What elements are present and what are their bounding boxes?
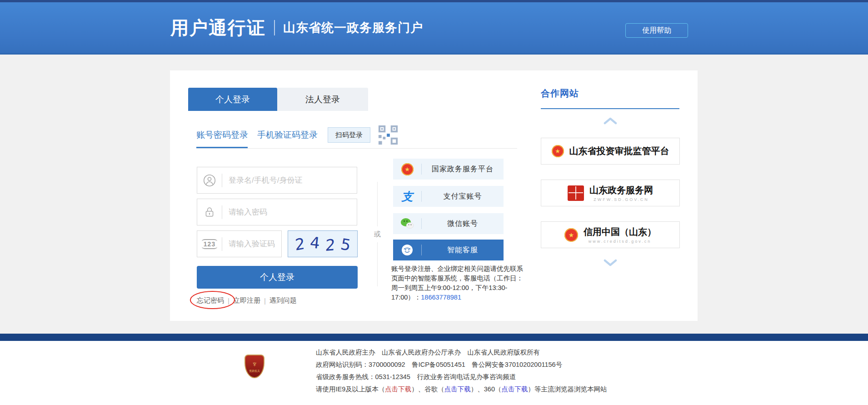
partners-title-underline: [541, 108, 679, 109]
brand-divider: [274, 20, 275, 35]
or-label: 或: [374, 226, 381, 242]
service-note: 账号登录注册、企业绑定相关问题请优先联系页面中的智能客服系统，客服电话（工作日：…: [391, 264, 524, 302]
or-divider: 或: [373, 182, 381, 286]
partner-card-investment-platform[interactable]: 山东省投资审批监管平台: [541, 138, 680, 165]
ie-download-link[interactable]: 点击下载: [385, 385, 411, 393]
register-link[interactable]: 立即注册: [233, 296, 260, 305]
national-emblem-icon: [552, 145, 564, 157]
captcha-icon: 123: [197, 239, 222, 249]
header: 用户通行证 山东省统一政务服务门户 使用帮助: [0, 0, 868, 55]
help-button[interactable]: 使用帮助: [625, 23, 688, 38]
qr-code-icon[interactable]: [378, 125, 399, 145]
method-password-login[interactable]: 账号密码登录: [196, 129, 248, 141]
tab-personal-login[interactable]: 个人登录: [188, 88, 277, 111]
password-field: [197, 199, 357, 225]
chevron-down-icon[interactable]: [604, 259, 617, 266]
national-emblem-icon: [564, 228, 578, 242]
page-subtitle: 山东省统一政务服务门户: [283, 20, 423, 36]
password-input[interactable]: [222, 208, 357, 217]
header-brand: 用户通行证 山东省统一政务服务门户: [170, 2, 423, 53]
wechat-icon: [393, 218, 421, 230]
link-separator: |: [228, 297, 229, 305]
third-party-smart-service[interactable]: 智能客服: [393, 240, 504, 260]
footer: ♆ 党政机关 山东省人民政府主办 山东省人民政府办公厅承办 山东省人民政府版权所…: [0, 341, 868, 405]
third-party-alipay[interactable]: 支 支付宝账号: [393, 186, 504, 207]
footer-line-3: 省级政务服务热线：0531-12345 行政业务咨询电话见办事咨询频道: [316, 371, 607, 383]
alipay-icon: 支: [393, 191, 421, 202]
partner-card-sd-gov-service[interactable]: 山东政务服务网 ZWFW.SD.GOV.CN: [541, 180, 680, 206]
method-qr-login[interactable]: 扫码登录: [328, 127, 370, 143]
methods-divider-line: [196, 148, 517, 149]
captcha-image[interactable]: 2 4 2 5: [288, 230, 358, 257]
chevron-up-icon[interactable]: [604, 117, 617, 125]
footer-line-4: 请使用IE9及以上版本（点击下载）、谷歌（点击下载）、360（点击下载）等主流浏…: [316, 383, 607, 395]
government-badge-icon: ♆ 党政机关: [244, 355, 264, 378]
method-sms-login[interactable]: 手机验证码登录: [257, 129, 318, 141]
forgot-password-link[interactable]: 忘记密码: [197, 296, 224, 305]
partners-title: 合作网站: [541, 87, 579, 100]
third-party-national-platform[interactable]: 国家政务服务平台: [393, 159, 504, 180]
user-icon: [197, 174, 222, 187]
red-seal-icon: [568, 185, 584, 201]
partner-card-credit-china[interactable]: 信用中国（山东） www.creditsd.gov.cn: [541, 221, 680, 248]
footer-line-2: 政府网站识别码：3700000092 鲁ICP备05051451 鲁公网安备37…: [316, 359, 607, 371]
third-party-wechat[interactable]: 微信账号: [393, 213, 504, 234]
browser-360-download-link[interactable]: 点击下载: [501, 385, 528, 393]
customer-service-icon: [393, 244, 421, 256]
lock-icon: [197, 206, 222, 218]
footer-line-1: 山东省人民政府主办 山东省人民政府办公厅承办 山东省人民政府版权所有: [316, 346, 607, 359]
tab-legal-login[interactable]: 法人登录: [277, 88, 368, 111]
footer-text: 山东省人民政府主办 山东省人民政府办公厅承办 山东省人民政府版权所有 政府网站识…: [316, 346, 607, 395]
link-separator: |: [264, 297, 266, 305]
captcha-input[interactable]: [222, 240, 281, 249]
captcha-field: 123: [197, 230, 282, 257]
login-methods: 账号密码登录 手机验证码登录 扫码登录: [196, 125, 399, 145]
login-page: 用户通行证 山东省统一政务服务门户 使用帮助 个人登录 法人登录 账号密码登录 …: [0, 0, 868, 405]
chrome-download-link[interactable]: 点击下载: [444, 385, 471, 393]
national-emblem-icon: [393, 163, 421, 175]
trouble-link[interactable]: 遇到问题: [269, 296, 297, 305]
page-title: 用户通行证: [170, 15, 266, 40]
personal-login-submit-button[interactable]: 个人登录: [197, 266, 358, 289]
footer-divider-bar: [0, 334, 868, 341]
helper-links: 忘记密码 | 立即注册 | 遇到问题: [197, 296, 297, 305]
username-field: [197, 167, 357, 194]
username-input[interactable]: [222, 176, 357, 185]
service-phone-link[interactable]: 18663778981: [421, 294, 461, 301]
